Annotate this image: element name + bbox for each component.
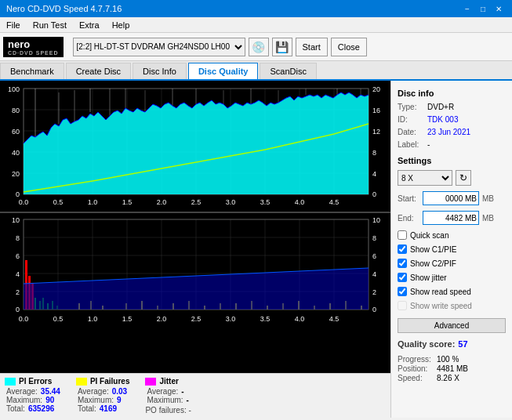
menu-bar: File Run Test Extra Help (0, 17, 512, 33)
show-read-speed-checkbox-row: Show read speed (398, 287, 506, 296)
drive-select[interactable]: [2:2] HL-DT-ST DVDRAM GH24NSD0 LH00 (73, 38, 245, 56)
show-jitter-checkbox[interactable] (398, 273, 407, 282)
svg-text:0: 0 (16, 306, 20, 313)
advanced-button[interactable]: Advanced (398, 318, 506, 333)
svg-text:1.5: 1.5 (122, 198, 133, 206)
start-button[interactable]: Start (296, 38, 328, 56)
svg-text:0.0: 0.0 (19, 315, 29, 323)
svg-text:40: 40 (12, 149, 20, 157)
svg-text:8: 8 (16, 234, 20, 242)
menu-file[interactable]: File (0, 19, 27, 31)
svg-text:12: 12 (372, 128, 380, 136)
quality-value: 57 (458, 339, 467, 349)
disc-id-row: ID: TDK 003 (398, 115, 506, 124)
right-panel: Disc info Type: DVD+R ID: TDK 003 Date: … (390, 81, 512, 418)
svg-text:10: 10 (372, 216, 380, 224)
end-mb-input[interactable] (423, 211, 479, 225)
svg-text:80: 80 (12, 107, 20, 114)
show-c2pif-checkbox-row: Show C2/PIF (398, 259, 506, 268)
tabs: Benchmark Create Disc Disc Info Disc Qua… (0, 61, 512, 81)
nero-logo: nero CD·DVD SPEED (3, 37, 64, 57)
toolbar: nero CD·DVD SPEED [2:2] HL-DT-ST DVDRAM … (0, 33, 512, 61)
svg-text:3.0: 3.0 (226, 315, 236, 323)
settings-title: Settings (398, 156, 506, 165)
quick-scan-checkbox[interactable] (398, 230, 407, 240)
tab-create-disc[interactable]: Create Disc (66, 63, 131, 79)
maximize-button[interactable]: □ (476, 2, 490, 15)
show-c2pif-checkbox[interactable] (398, 259, 407, 268)
progress-section: Progress: 100 % Position: 4481 MB Speed:… (398, 355, 506, 383)
svg-text:4.0: 4.0 (295, 315, 305, 323)
show-c1pie-label: Show C1/PIE (410, 245, 456, 254)
speed-select[interactable]: 8 X (398, 170, 452, 186)
menu-extra[interactable]: Extra (73, 19, 106, 31)
tab-disc-info[interactable]: Disc Info (133, 63, 187, 79)
svg-text:1.5: 1.5 (122, 315, 133, 323)
tab-benchmark[interactable]: Benchmark (0, 63, 64, 79)
tab-scan-disc[interactable]: ScanDisc (260, 63, 316, 79)
svg-text:20: 20 (372, 85, 380, 93)
po-failures: PO failures: - (145, 406, 191, 415)
window-controls: − □ ✕ (460, 2, 506, 15)
svg-text:100: 100 (8, 85, 20, 93)
show-write-speed-checkbox-row: Show write speed (398, 301, 506, 310)
show-c1pie-checkbox[interactable] (398, 244, 407, 254)
minimize-button[interactable]: − (460, 2, 474, 15)
pi-failures-color (76, 378, 87, 386)
disc-icon-button[interactable]: 💿 (249, 38, 269, 56)
pi-failures-label: PI Failures (90, 377, 130, 386)
chart-bottom: 10 8 6 4 2 0 10 8 6 4 2 0 0.0 0.5 1.0 1.… (0, 213, 390, 373)
svg-text:3.0: 3.0 (226, 198, 236, 206)
svg-text:4: 4 (372, 170, 376, 178)
svg-text:10: 10 (12, 216, 20, 224)
svg-text:0.0: 0.0 (19, 198, 29, 206)
svg-text:6: 6 (16, 252, 20, 260)
svg-text:2.5: 2.5 (191, 198, 202, 206)
svg-text:4.5: 4.5 (329, 198, 340, 206)
svg-text:4: 4 (16, 270, 20, 278)
quick-scan-checkbox-row: Quick scan (398, 230, 506, 240)
main-content: 100 80 60 40 20 0 20 16 12 8 4 0 0.0 0.5… (0, 81, 512, 418)
close-button[interactable]: ✕ (492, 2, 506, 15)
save-icon-button[interactable]: 💾 (272, 38, 292, 56)
close-toolbar-button[interactable]: Close (331, 38, 367, 56)
svg-text:3.5: 3.5 (260, 198, 271, 206)
chart-top: 100 80 60 40 20 0 20 16 12 8 4 0 0.0 0.5… (0, 81, 390, 213)
chart-area: 100 80 60 40 20 0 20 16 12 8 4 0 0.0 0.5… (0, 81, 390, 418)
top-chart-svg: 100 80 60 40 20 0 20 16 12 8 4 0 0.0 0.5… (0, 81, 382, 210)
show-c1pie-checkbox-row: Show C1/PIE (398, 244, 506, 254)
svg-text:0.5: 0.5 (53, 315, 64, 323)
start-mb-input[interactable] (423, 191, 479, 205)
show-write-speed-label: Show write speed (410, 302, 472, 310)
speed-row: Speed: 8.26 X (398, 374, 506, 382)
tab-disc-quality[interactable]: Disc Quality (188, 63, 259, 79)
svg-text:1.0: 1.0 (88, 198, 98, 206)
menu-run-test[interactable]: Run Test (27, 19, 73, 31)
quality-score-row: Quality score: 57 (398, 339, 506, 349)
show-c2pif-label: Show C2/PIF (410, 259, 456, 268)
svg-text:20: 20 (12, 170, 20, 178)
refresh-button[interactable]: ↻ (456, 170, 471, 186)
show-read-speed-label: Show read speed (410, 288, 471, 296)
svg-text:0: 0 (372, 190, 376, 198)
quality-label: Quality score: (398, 339, 455, 349)
show-read-speed-checkbox[interactable] (398, 287, 407, 296)
svg-text:2: 2 (16, 288, 20, 296)
bottom-chart-svg: 10 8 6 4 2 0 10 8 6 4 2 0 0.0 0.5 1.0 1.… (0, 213, 382, 327)
svg-text:3.5: 3.5 (260, 315, 271, 323)
window-title: Nero CD-DVD Speed 4.7.7.16 (6, 4, 122, 13)
menu-help[interactable]: Help (106, 19, 136, 31)
end-mb-row: End: MB (398, 211, 506, 225)
svg-text:2.0: 2.0 (157, 198, 167, 206)
svg-text:8: 8 (372, 149, 376, 157)
svg-text:2: 2 (372, 288, 376, 296)
svg-text:2.0: 2.0 (157, 315, 167, 323)
position-row: Position: 4481 MB (398, 364, 506, 373)
svg-text:6: 6 (372, 252, 376, 260)
jitter-color (145, 378, 156, 386)
svg-text:2.5: 2.5 (191, 315, 202, 323)
svg-text:4.0: 4.0 (295, 198, 305, 206)
svg-text:16: 16 (372, 107, 380, 114)
svg-text:4.5: 4.5 (329, 315, 340, 323)
svg-text:0: 0 (16, 190, 20, 198)
